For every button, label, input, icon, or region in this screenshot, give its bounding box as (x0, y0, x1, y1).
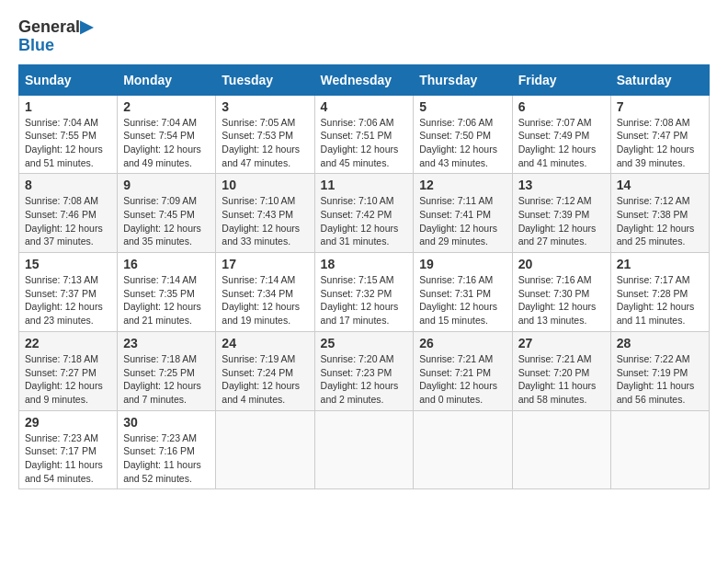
calendar-day-cell (314, 410, 414, 489)
day-number: 8 (25, 178, 111, 192)
day-detail: Sunrise: 7:06 AM Sunset: 7:50 PM Dayligh… (419, 116, 506, 170)
day-number: 6 (518, 99, 605, 114)
calendar-day-cell: 18 Sunrise: 7:15 AM Sunset: 7:32 PM Dayl… (314, 253, 414, 332)
calendar-day-cell: 9 Sunrise: 7:09 AM Sunset: 7:45 PM Dayli… (118, 174, 216, 253)
day-number: 25 (321, 336, 408, 350)
calendar-day-cell: 13 Sunrise: 7:12 AM Sunset: 7:39 PM Dayl… (512, 174, 610, 253)
calendar-day-cell: 24 Sunrise: 7:19 AM Sunset: 7:24 PM Dayl… (216, 331, 314, 410)
day-number: 3 (222, 99, 308, 114)
calendar-day-cell: 29 Sunrise: 7:23 AM Sunset: 7:17 PM Dayl… (19, 410, 118, 489)
day-number: 10 (222, 178, 308, 192)
calendar-day-cell: 11 Sunrise: 7:10 AM Sunset: 7:42 PM Dayl… (314, 174, 414, 253)
day-number: 17 (222, 257, 308, 271)
day-detail: Sunrise: 7:05 AM Sunset: 7:53 PM Dayligh… (222, 116, 308, 170)
day-number: 20 (518, 257, 605, 271)
day-number: 9 (123, 178, 210, 192)
calendar-day-cell: 2 Sunrise: 7:04 AM Sunset: 7:54 PM Dayli… (118, 95, 216, 174)
day-detail: Sunrise: 7:04 AM Sunset: 7:54 PM Dayligh… (123, 116, 210, 170)
day-detail: Sunrise: 7:21 AM Sunset: 7:20 PM Dayligh… (518, 352, 605, 407)
day-detail: Sunrise: 7:17 AM Sunset: 7:28 PM Dayligh… (617, 273, 703, 327)
weekday-header: Sunday (19, 64, 118, 95)
day-detail: Sunrise: 7:21 AM Sunset: 7:21 PM Dayligh… (419, 352, 506, 407)
calendar-day-cell: 5 Sunrise: 7:06 AM Sunset: 7:50 PM Dayli… (414, 95, 512, 174)
calendar-week-row: 1 Sunrise: 7:04 AM Sunset: 7:55 PM Dayli… (19, 95, 710, 174)
calendar-day-cell: 3 Sunrise: 7:05 AM Sunset: 7:53 PM Dayli… (216, 95, 314, 174)
day-detail: Sunrise: 7:12 AM Sunset: 7:39 PM Dayligh… (518, 194, 605, 248)
calendar-day-cell: 8 Sunrise: 7:08 AM Sunset: 7:46 PM Dayli… (19, 174, 118, 253)
day-detail: Sunrise: 7:14 AM Sunset: 7:34 PM Dayligh… (222, 273, 308, 327)
day-number: 14 (617, 178, 703, 192)
calendar-day-cell (414, 410, 512, 489)
logo-subtext: Blue (18, 37, 54, 55)
day-number: 29 (25, 415, 111, 430)
calendar-table: SundayMondayTuesdayWednesdayThursdayFrid… (18, 64, 710, 490)
day-number: 18 (321, 257, 408, 271)
day-number: 26 (419, 336, 506, 350)
day-detail: Sunrise: 7:08 AM Sunset: 7:46 PM Dayligh… (25, 194, 111, 248)
day-number: 16 (123, 257, 210, 271)
day-detail: Sunrise: 7:10 AM Sunset: 7:43 PM Dayligh… (222, 194, 308, 248)
day-number: 28 (617, 336, 703, 350)
day-number: 19 (419, 257, 506, 271)
calendar-day-cell (216, 410, 314, 489)
day-detail: Sunrise: 7:16 AM Sunset: 7:31 PM Dayligh… (419, 273, 506, 327)
weekday-header: Tuesday (216, 64, 314, 95)
day-number: 13 (518, 178, 605, 192)
day-number: 7 (617, 99, 703, 114)
calendar-day-cell: 6 Sunrise: 7:07 AM Sunset: 7:49 PM Dayli… (512, 95, 610, 174)
weekday-header: Thursday (414, 64, 512, 95)
day-detail: Sunrise: 7:08 AM Sunset: 7:47 PM Dayligh… (617, 116, 703, 170)
day-number: 24 (222, 336, 308, 350)
calendar-day-cell (512, 410, 610, 489)
calendar-week-row: 8 Sunrise: 7:08 AM Sunset: 7:46 PM Dayli… (19, 174, 710, 253)
day-number: 12 (419, 178, 506, 192)
calendar-week-row: 15 Sunrise: 7:13 AM Sunset: 7:37 PM Dayl… (19, 253, 710, 332)
day-number: 22 (25, 336, 111, 350)
calendar-day-cell: 10 Sunrise: 7:10 AM Sunset: 7:43 PM Dayl… (216, 174, 314, 253)
weekday-header: Friday (512, 64, 610, 95)
day-detail: Sunrise: 7:06 AM Sunset: 7:51 PM Dayligh… (321, 116, 408, 170)
day-detail: Sunrise: 7:18 AM Sunset: 7:27 PM Dayligh… (25, 352, 111, 407)
day-number: 27 (518, 336, 605, 350)
day-detail: Sunrise: 7:23 AM Sunset: 7:16 PM Dayligh… (123, 431, 210, 486)
calendar-day-cell: 23 Sunrise: 7:18 AM Sunset: 7:25 PM Dayl… (118, 331, 216, 410)
weekday-header: Wednesday (314, 64, 414, 95)
calendar-day-cell: 7 Sunrise: 7:08 AM Sunset: 7:47 PM Dayli… (610, 95, 709, 174)
calendar-day-cell: 17 Sunrise: 7:14 AM Sunset: 7:34 PM Dayl… (216, 253, 314, 332)
calendar-day-cell (610, 410, 709, 489)
day-detail: Sunrise: 7:22 AM Sunset: 7:19 PM Dayligh… (617, 352, 703, 407)
calendar-day-cell: 27 Sunrise: 7:21 AM Sunset: 7:20 PM Dayl… (512, 331, 610, 410)
day-number: 4 (321, 99, 408, 114)
day-detail: Sunrise: 7:07 AM Sunset: 7:49 PM Dayligh… (518, 116, 605, 170)
day-detail: Sunrise: 7:10 AM Sunset: 7:42 PM Dayligh… (321, 194, 408, 248)
day-detail: Sunrise: 7:14 AM Sunset: 7:35 PM Dayligh… (123, 273, 210, 327)
calendar-day-cell: 15 Sunrise: 7:13 AM Sunset: 7:37 PM Dayl… (19, 253, 118, 332)
weekday-row: SundayMondayTuesdayWednesdayThursdayFrid… (19, 64, 710, 95)
calendar-day-cell: 30 Sunrise: 7:23 AM Sunset: 7:16 PM Dayl… (118, 410, 216, 489)
day-detail: Sunrise: 7:18 AM Sunset: 7:25 PM Dayligh… (123, 352, 210, 407)
calendar-day-cell: 20 Sunrise: 7:16 AM Sunset: 7:30 PM Dayl… (512, 253, 610, 332)
calendar-header: SundayMondayTuesdayWednesdayThursdayFrid… (19, 64, 710, 95)
day-detail: Sunrise: 7:12 AM Sunset: 7:38 PM Dayligh… (617, 194, 703, 248)
day-detail: Sunrise: 7:20 AM Sunset: 7:23 PM Dayligh… (321, 352, 408, 407)
day-number: 23 (123, 336, 210, 350)
calendar-day-cell: 25 Sunrise: 7:20 AM Sunset: 7:23 PM Dayl… (314, 331, 414, 410)
day-detail: Sunrise: 7:09 AM Sunset: 7:45 PM Dayligh… (123, 194, 210, 248)
calendar-week-row: 29 Sunrise: 7:23 AM Sunset: 7:17 PM Dayl… (19, 410, 710, 489)
day-number: 2 (123, 99, 210, 114)
calendar-day-cell: 1 Sunrise: 7:04 AM Sunset: 7:55 PM Dayli… (19, 95, 118, 174)
logo: General▶ Blue (18, 18, 93, 55)
day-detail: Sunrise: 7:04 AM Sunset: 7:55 PM Dayligh… (25, 116, 111, 170)
calendar-day-cell: 14 Sunrise: 7:12 AM Sunset: 7:38 PM Dayl… (610, 174, 709, 253)
day-detail: Sunrise: 7:19 AM Sunset: 7:24 PM Dayligh… (222, 352, 308, 407)
day-number: 30 (123, 415, 210, 430)
weekday-header: Monday (118, 64, 216, 95)
day-detail: Sunrise: 7:16 AM Sunset: 7:30 PM Dayligh… (518, 273, 605, 327)
calendar-day-cell: 28 Sunrise: 7:22 AM Sunset: 7:19 PM Dayl… (610, 331, 709, 410)
calendar-week-row: 22 Sunrise: 7:18 AM Sunset: 7:27 PM Dayl… (19, 331, 710, 410)
calendar-day-cell: 21 Sunrise: 7:17 AM Sunset: 7:28 PM Dayl… (610, 253, 709, 332)
day-number: 21 (617, 257, 703, 271)
day-detail: Sunrise: 7:23 AM Sunset: 7:17 PM Dayligh… (25, 431, 111, 486)
day-detail: Sunrise: 7:11 AM Sunset: 7:41 PM Dayligh… (419, 194, 506, 248)
calendar-day-cell: 26 Sunrise: 7:21 AM Sunset: 7:21 PM Dayl… (414, 331, 512, 410)
